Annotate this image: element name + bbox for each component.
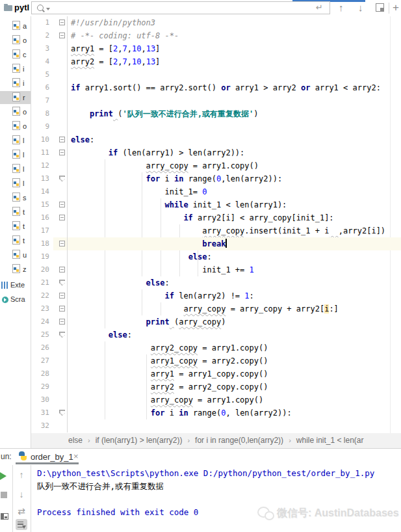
tree-item-python-file[interactable]: l bbox=[0, 177, 31, 190]
code-line[interactable]: 23 arry_copy = arry_copy + arry2[i:] bbox=[31, 302, 401, 315]
up-stack-trace-button[interactable]: ↑ bbox=[14, 470, 29, 480]
code-line[interactable]: 25 else: bbox=[31, 328, 401, 341]
tree-item-python-file[interactable]: s bbox=[0, 191, 31, 204]
next-occurrence-button[interactable]: ↓ bbox=[358, 1, 363, 14]
code-line[interactable]: 15 while init_1 < len(arry1): bbox=[31, 198, 401, 211]
code-line[interactable]: 12 arry_copy = arry1.copy() bbox=[31, 159, 401, 172]
fold-minus-icon[interactable] bbox=[59, 306, 65, 312]
code-line[interactable]: 16 if arry2[i] < arry_copy[init_1]: bbox=[31, 211, 401, 224]
tree-item-python-file[interactable]: l bbox=[0, 134, 31, 147]
tree-item-python-file[interactable]: t bbox=[0, 234, 31, 247]
line-number: 14 bbox=[31, 185, 53, 198]
restore-layout-button[interactable] bbox=[1, 513, 8, 520]
tree-item-python-file[interactable]: l bbox=[0, 148, 31, 161]
code-line[interactable]: 18 break bbox=[31, 237, 401, 250]
run-tab[interactable]: order_by_1 bbox=[31, 452, 73, 462]
breadcrumb-item[interactable]: for i in range(0,len(arry2)) bbox=[195, 436, 283, 445]
stop-button[interactable] bbox=[1, 492, 7, 498]
code-line[interactable]: 30 arry_copy = arry1.copy() bbox=[31, 393, 401, 406]
tree-item-python-file[interactable]: t bbox=[0, 220, 31, 233]
code-line[interactable]: 26 arry2_copy = arry1.copy() bbox=[31, 341, 401, 354]
tree-item-python-file[interactable]: o bbox=[0, 105, 31, 118]
tree-item-python-file[interactable]: i bbox=[0, 77, 31, 90]
tree-item-scratches[interactable]: Scra bbox=[0, 293, 31, 306]
code-line[interactable]: 9 bbox=[31, 120, 401, 133]
breadcrumb-item[interactable]: if (len(arry1) > len(arry2)) bbox=[96, 436, 183, 445]
tree-item-python-file[interactable]: c bbox=[0, 48, 31, 61]
code-line[interactable]: 10else: bbox=[31, 133, 401, 146]
tree-item-python-file[interactable]: t bbox=[0, 206, 31, 219]
code-line[interactable]: 20 init_1 += 1 bbox=[31, 263, 401, 276]
code-line[interactable]: 4arry2 = [2,7,10,13] bbox=[31, 55, 401, 68]
tree-item-python-file[interactable]: o bbox=[0, 34, 31, 47]
code-line[interactable]: 2# -*- coding: utf-8 -*- bbox=[31, 29, 401, 42]
project-root[interactable]: pytl bbox=[4, 3, 31, 14]
code-lines[interactable]: 1#!/usr/bin/python32# -*- coding: utf-8 … bbox=[31, 16, 401, 432]
fold-region-icon[interactable] bbox=[59, 280, 65, 286]
code-line[interactable]: 7 bbox=[31, 94, 401, 107]
run-panel-header: un: order_by_1 × bbox=[0, 449, 401, 465]
fold-region-icon[interactable] bbox=[59, 176, 65, 181]
tree-item-label: u bbox=[23, 251, 27, 259]
fold-region-icon[interactable] bbox=[59, 410, 65, 416]
scroll-to-end-button[interactable] bbox=[16, 519, 27, 530]
code-line[interactable]: 1#!/usr/bin/python3 bbox=[31, 16, 401, 29]
code-text bbox=[68, 68, 401, 81]
code-line[interactable]: 28 arry1 = arry1_copy.copy() bbox=[31, 367, 401, 380]
search-history-icon[interactable]: ↵ bbox=[316, 3, 323, 12]
code-line[interactable]: 13 for i in range(0,len(arry2)): bbox=[31, 172, 401, 185]
code-line[interactable]: 11 if (len(arry1) > len(arry2)): bbox=[31, 146, 401, 159]
code-line[interactable]: 27 arry1_copy = arry2.copy() bbox=[31, 354, 401, 367]
gutter-fold-column bbox=[53, 224, 68, 237]
code-line[interactable]: 21 else: bbox=[31, 276, 401, 289]
tree-item-python-file[interactable]: l bbox=[0, 163, 31, 176]
tree-item-python-file[interactable]: o bbox=[0, 120, 31, 133]
code-line[interactable]: 6if arry1.sort() == arry2.sort() or arry… bbox=[31, 81, 401, 94]
tree-item-external-libraries[interactable]: Exte bbox=[0, 278, 31, 291]
add-filter-button[interactable]: + bbox=[393, 1, 399, 14]
fold-minus-icon[interactable] bbox=[59, 215, 65, 220]
code-line[interactable]: 29 arry2 = arry2_copy.copy() bbox=[31, 380, 401, 393]
code-line[interactable]: 17 arry_copy.insert(init_1 + i ,arry2[i]… bbox=[31, 224, 401, 237]
code-line[interactable]: 14 init_1= 0 bbox=[31, 185, 401, 198]
code-line[interactable]: 32 bbox=[31, 419, 401, 432]
code-line[interactable]: 5 bbox=[31, 68, 401, 81]
fold-minus-icon[interactable] bbox=[59, 137, 65, 142]
tree-item-python-file[interactable]: r bbox=[0, 91, 31, 104]
open-in-find-window-button[interactable] bbox=[376, 0, 384, 8]
soft-wrap-button[interactable]: ⇄ bbox=[14, 506, 29, 516]
breadcrumb[interactable]: else›if (len(arry1) > len(arry2))›for i … bbox=[31, 433, 401, 448]
breadcrumb-item[interactable]: else bbox=[68, 436, 83, 445]
fold-minus-icon[interactable] bbox=[59, 267, 65, 273]
fold-minus-icon[interactable] bbox=[59, 33, 65, 38]
breadcrumb-item[interactable]: while init_1 < len(ar bbox=[296, 436, 364, 445]
search-input[interactable]: ↵ bbox=[31, 1, 330, 14]
code-line[interactable]: 19 else: bbox=[31, 250, 401, 263]
code-editor[interactable]: 1#!/usr/bin/python32# -*- coding: utf-8 … bbox=[31, 16, 401, 433]
code-text: arry1 = arry1_copy.copy() bbox=[68, 367, 401, 380]
tree-item-python-file[interactable]: i bbox=[0, 62, 31, 75]
run-panel-label: un: bbox=[1, 452, 12, 461]
code-line[interactable]: 24 print (arry_copy) bbox=[31, 315, 401, 328]
fold-region-icon[interactable] bbox=[59, 332, 65, 338]
project-tree[interactable]: aociiroollllstttuzExteScra bbox=[0, 16, 31, 449]
tree-item-label: c bbox=[23, 51, 27, 59]
code-line[interactable]: 31 for i in range(0, len(arry2)): bbox=[31, 406, 401, 419]
tree-item-python-file[interactable]: u bbox=[0, 248, 31, 261]
code-line[interactable]: 22 if len(arry2) != 1: bbox=[31, 289, 401, 302]
fold-minus-icon[interactable] bbox=[59, 20, 65, 25]
code-line[interactable]: 3arry1 = [2,7,10,13] bbox=[31, 42, 401, 55]
fold-minus-icon[interactable] bbox=[59, 241, 65, 246]
tree-item-python-file[interactable]: z bbox=[0, 263, 31, 276]
previous-occurrence-button[interactable]: ↑ bbox=[339, 1, 344, 14]
search-options-chevron-icon[interactable] bbox=[46, 8, 50, 10]
rerun-button[interactable] bbox=[0, 472, 6, 480]
tree-item-python-file[interactable]: a bbox=[0, 20, 31, 33]
fold-minus-icon[interactable] bbox=[59, 202, 65, 207]
code-line[interactable]: 8 print ('队列一致不进行合并,或有重复数据') bbox=[31, 107, 401, 120]
close-icon[interactable]: × bbox=[73, 451, 79, 461]
fold-minus-icon[interactable] bbox=[59, 150, 65, 155]
fold-minus-icon[interactable] bbox=[59, 319, 65, 325]
fold-minus-icon[interactable] bbox=[59, 293, 65, 299]
down-stack-trace-button[interactable]: ↓ bbox=[14, 489, 29, 499]
